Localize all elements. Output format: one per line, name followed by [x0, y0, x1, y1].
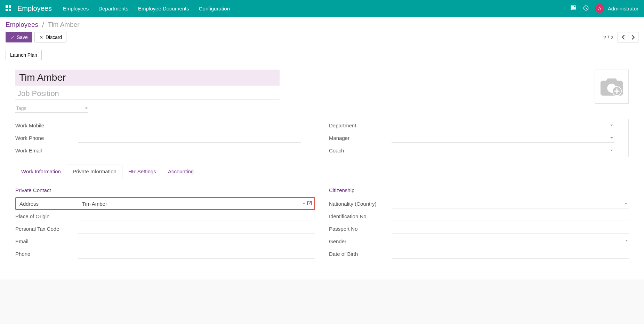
- caret-down-icon: [610, 137, 613, 139]
- label-place-of-origin: Place of Origin: [15, 213, 78, 219]
- breadcrumb-current: Tim Amber: [48, 21, 80, 28]
- address-value-input[interactable]: [79, 199, 300, 208]
- pager: 2 / 2: [603, 32, 638, 42]
- action-buttons: Save Discard: [6, 32, 66, 42]
- field-passport-no: Passport No: [329, 222, 629, 235]
- field-email: Email: [15, 235, 315, 247]
- input-place-of-origin[interactable]: [78, 211, 315, 221]
- field-date-of-birth: Date of Birth: [329, 247, 629, 260]
- input-address[interactable]: [79, 199, 312, 208]
- topbar-right: A Administrator: [570, 4, 638, 13]
- user-menu[interactable]: A Administrator: [595, 4, 638, 13]
- chevron-down-icon: [625, 238, 629, 244]
- external-link-icon[interactable]: [307, 200, 312, 207]
- avatar: A: [595, 4, 604, 13]
- job-position-input[interactable]: [15, 88, 280, 100]
- caret-down-icon: [85, 108, 88, 109]
- field-phone: Phone: [15, 247, 315, 260]
- camera-plus-icon: [599, 76, 624, 97]
- label-passport-no: Passport No: [329, 226, 392, 232]
- topbar-left: Employees Employees Departments Employee…: [6, 5, 570, 13]
- pager-buttons: [618, 32, 638, 42]
- form-wrap: Tags Work Mobile Work Phone: [0, 64, 644, 279]
- caret-down-icon: [610, 125, 613, 126]
- chevron-right-icon: [631, 35, 635, 40]
- breadcrumb-root[interactable]: Employees: [6, 21, 38, 28]
- field-work-mobile: Work Mobile: [15, 119, 301, 132]
- label-phone: Phone: [15, 251, 78, 257]
- control-panel: Employees / Tim Amber Save Discard 2 / 2: [0, 17, 644, 46]
- image-upload[interactable]: [595, 70, 629, 104]
- input-phone[interactable]: [78, 249, 315, 259]
- tab-private-information[interactable]: Private Information: [67, 165, 122, 178]
- breadcrumb-sep: /: [42, 21, 44, 28]
- input-date-of-birth[interactable]: [392, 249, 629, 259]
- nav-employee-documents[interactable]: Employee Documents: [138, 6, 189, 11]
- label-manager: Manager: [329, 135, 392, 141]
- header-row: Tags: [15, 70, 629, 113]
- field-work-phone: Work Phone: [15, 132, 301, 144]
- field-identification-no: Identification No: [329, 210, 629, 222]
- label-email: Email: [15, 238, 78, 244]
- launch-plan-label: Launch Plan: [10, 52, 37, 58]
- input-work-phone[interactable]: [78, 133, 301, 143]
- caret-down-icon: [625, 203, 627, 204]
- field-place-of-origin: Place of Origin: [15, 210, 315, 222]
- field-nationality: Nationality (Country): [329, 197, 629, 210]
- tab-accounting[interactable]: Accounting: [162, 165, 200, 178]
- tags-placeholder: Tags: [16, 105, 26, 111]
- pager-prev[interactable]: [618, 32, 628, 42]
- nav-departments[interactable]: Departments: [98, 6, 128, 11]
- input-email[interactable]: [78, 236, 315, 246]
- user-name: Administrator: [608, 6, 638, 11]
- label-personal-tax-code: Personal Tax Code: [15, 226, 78, 232]
- basic-col-left: Work Mobile Work Phone Work Email: [15, 119, 315, 157]
- field-gender: Gender: [329, 235, 629, 247]
- topbar: Employees Employees Departments Employee…: [0, 0, 644, 17]
- launch-plan-button[interactable]: Launch Plan: [6, 50, 42, 60]
- input-nationality[interactable]: [392, 199, 629, 208]
- label-work-mobile: Work Mobile: [15, 123, 78, 128]
- section-private-contact: Private Contact: [15, 187, 315, 193]
- input-department[interactable]: [392, 120, 614, 130]
- nav-configuration[interactable]: Configuration: [199, 6, 230, 11]
- clock-icon[interactable]: [583, 5, 589, 12]
- input-personal-tax-code[interactable]: [78, 224, 315, 234]
- input-work-email[interactable]: [78, 145, 301, 155]
- input-manager[interactable]: [392, 133, 614, 143]
- basic-col-right: Department Manager Coach: [329, 119, 629, 157]
- breadcrumb: Employees / Tim Amber: [6, 21, 638, 29]
- nav-employees[interactable]: Employees: [63, 6, 89, 11]
- tab-work-information[interactable]: Work Information: [15, 165, 67, 178]
- pager-text: 2 / 2: [603, 34, 613, 40]
- field-work-email: Work Email: [15, 144, 301, 157]
- app-title: Employees: [17, 5, 52, 13]
- label-address: Address: [16, 201, 79, 207]
- input-gender[interactable]: [392, 236, 629, 246]
- field-personal-tax-code: Personal Tax Code: [15, 222, 315, 235]
- save-button[interactable]: Save: [6, 32, 32, 42]
- apps-icon[interactable]: [6, 5, 12, 11]
- section-citizenship: Citizenship: [329, 187, 629, 193]
- title-column: Tags: [15, 70, 280, 113]
- label-gender: Gender: [329, 238, 392, 244]
- input-passport-no[interactable]: [392, 224, 629, 234]
- tabs: Work Information Private Information HR …: [15, 164, 629, 178]
- employee-name-input[interactable]: [15, 70, 280, 86]
- pager-next[interactable]: [628, 32, 638, 42]
- sheet: Tags Work Mobile Work Phone: [6, 64, 638, 266]
- input-coach[interactable]: [392, 145, 614, 155]
- input-work-mobile[interactable]: [78, 120, 301, 130]
- discard-button[interactable]: Discard: [34, 32, 66, 42]
- tab-hr-settings[interactable]: HR Settings: [122, 165, 162, 178]
- label-date-of-birth: Date of Birth: [329, 251, 392, 257]
- input-identification-no[interactable]: [392, 211, 629, 221]
- tags-input[interactable]: Tags: [15, 104, 88, 113]
- svg-point-0: [574, 6, 575, 7]
- nav-links: Employees Departments Employee Documents…: [63, 6, 230, 11]
- save-label: Save: [17, 34, 28, 40]
- close-icon: [39, 35, 43, 40]
- tab-body-private: Private Contact Address: [15, 178, 629, 260]
- label-identification-no: Identification No: [329, 213, 392, 219]
- chat-icon[interactable]: [570, 5, 577, 12]
